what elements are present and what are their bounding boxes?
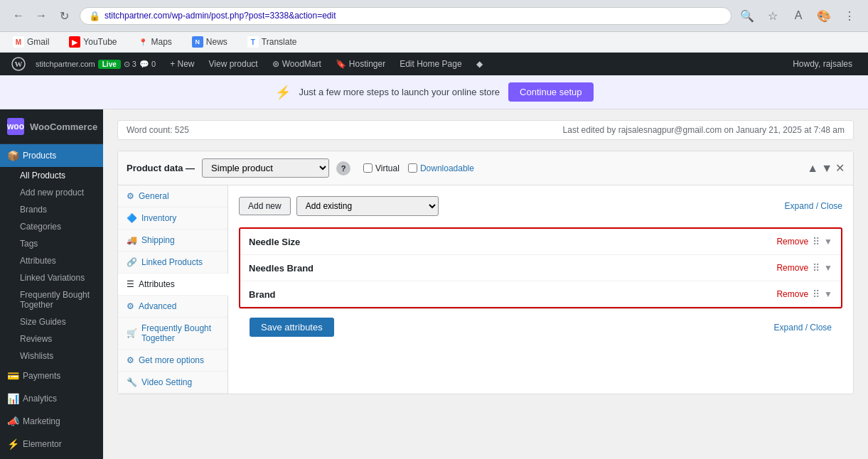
sidebar-item-wishlists[interactable]: Wishlists [0, 347, 103, 364]
sidebar-item-size-guides[interactable]: Size Guides [0, 313, 103, 330]
sidebar-item-elementor[interactable]: ⚡ Elementor [0, 433, 103, 455]
tab-frequently-bought[interactable]: 🛒 Frequently Bought Together [118, 318, 227, 350]
virtual-checkbox-label[interactable]: Virtual [363, 163, 400, 173]
downloadable-checkbox-label[interactable]: Downloadable [408, 163, 474, 173]
drag-handle-needle-size[interactable]: ⠿ [813, 236, 820, 247]
bookmark-gmail[interactable]: M Gmail [9, 35, 53, 49]
product-type-select[interactable]: Simple product Variable product Grouped … [202, 158, 329, 178]
profile-button[interactable]: A [788, 6, 808, 26]
collapse-close-button[interactable]: ✕ [835, 161, 845, 175]
bookmark-news[interactable]: N News [188, 35, 232, 49]
attribute-row-needle-size: Needle Size Remove ⠿ ▼ [240, 229, 841, 255]
sidebar-item-analytics[interactable]: 📊 Analytics [0, 387, 103, 410]
add-new-attribute-button[interactable]: Add new [239, 197, 291, 215]
continue-setup-button[interactable]: Continue setup [508, 82, 593, 102]
extensions-button[interactable]: 🎨 [814, 6, 834, 26]
back-button[interactable]: ← [9, 6, 28, 26]
bookmark-youtube[interactable]: ▶ YouTube [65, 35, 121, 49]
admin-bar-hostinger[interactable]: 🔖 Hostinger [328, 53, 392, 75]
product-data-header: Product data — Simple product Variable p… [118, 151, 853, 185]
last-edited-text: Last edited by rajsalesnagpur@gmail.com … [563, 125, 845, 135]
site-name: stitchpartner.com [36, 60, 95, 68]
hostinger-label: Hostinger [349, 59, 385, 69]
admin-bar-diamond[interactable]: ◆ [469, 53, 490, 75]
collapse-up-button[interactable]: ▲ [807, 161, 818, 175]
wp-admin-bar: W stitchpartner.com Live ⊙ 3 💬 0 + New V… [0, 53, 868, 75]
attributes-box: Needle Size Remove ⠿ ▼ Needles Brand [239, 227, 842, 308]
inventory-tab-icon: 🔷 [127, 213, 137, 223]
bookmark-button[interactable]: ☆ [763, 6, 783, 26]
sidebar-item-add-new[interactable]: Add new product [0, 184, 103, 201]
svg-text:W: W [15, 60, 23, 68]
menu-button[interactable]: ⋮ [840, 6, 859, 26]
tab-attributes[interactable]: ☰ Attributes [118, 274, 228, 296]
downloadable-checkbox[interactable] [408, 163, 417, 173]
sidebar-item-linked-variations[interactable]: Linked Variations [0, 269, 103, 286]
remove-brand-link[interactable]: Remove [776, 289, 808, 299]
expand-brand-button[interactable]: ▼ [824, 289, 832, 299]
forward-button[interactable]: → [31, 6, 51, 26]
new-label: + New [170, 59, 194, 69]
frequently-bought-tab-label: Frequently Bought Together [141, 323, 219, 343]
sidebar-item-brands[interactable]: Brands [0, 201, 103, 218]
drag-handle-needles-brand[interactable]: ⠿ [813, 262, 820, 274]
expand-needles-brand-button[interactable]: ▼ [824, 263, 832, 273]
url-bar[interactable]: 🔒 stitchpartner.com/wp-admin/post.php?po… [80, 7, 732, 25]
remove-needles-brand-link[interactable]: Remove [776, 263, 808, 273]
attribute-name-brand: Brand [249, 289, 276, 300]
url-text: stitchpartner.com/wp-admin/post.php?post… [105, 11, 336, 21]
sidebar-item-attributes[interactable]: Attributes [0, 252, 103, 269]
add-existing-select[interactable]: Add existing [296, 196, 439, 216]
main-layout: woo WooCommerce 📦 Products All Products … [0, 109, 868, 459]
refresh-button[interactable]: ↻ [54, 6, 74, 26]
products-label: Products [23, 151, 56, 161]
linked-variations-label: Linked Variations [20, 273, 85, 283]
word-count-bar: Word count: 525 Last edited by rajsalesn… [117, 120, 854, 140]
sidebar-item-templates[interactable]: 📋 Templates [0, 455, 103, 459]
admin-bar-site[interactable]: stitchpartner.com Live ⊙ 3 💬 0 [28, 53, 163, 75]
comment-icon: 💬 0 [139, 60, 156, 69]
admin-bar-woodmart[interactable]: ⊛ WoodMart [265, 53, 328, 75]
tab-general[interactable]: ⚙ General [118, 185, 227, 207]
sidebar-item-payments[interactable]: 💳 Payments [0, 364, 103, 387]
save-attributes-button[interactable]: Save attributes [250, 318, 334, 337]
tab-linked-products[interactable]: 🔗 Linked Products [118, 252, 227, 274]
tab-inventory[interactable]: 🔷 Inventory [118, 207, 227, 230]
sidebar-item-all-products[interactable]: All Products [0, 167, 103, 184]
woodmart-icon: ⊛ [272, 59, 279, 69]
sidebar-item-reviews[interactable]: Reviews [0, 330, 103, 347]
attributes-tab-icon: ☰ [127, 279, 134, 289]
drag-handle-brand[interactable]: ⠿ [813, 288, 820, 300]
tab-get-more-options[interactable]: ⚙ Get more options [118, 350, 227, 372]
tab-shipping[interactable]: 🚚 Shipping [118, 230, 227, 252]
collapse-down-button[interactable]: ▼ [821, 161, 832, 175]
expand-close-link-top[interactable]: Expand / Close [785, 201, 842, 211]
expand-needle-size-button[interactable]: ▼ [824, 237, 832, 247]
attribute-name-needle-size: Needle Size [249, 237, 300, 247]
linked-products-tab-icon: 🔗 [127, 257, 137, 267]
admin-bar-howdy[interactable]: Howdy, rajsales [786, 53, 859, 75]
sidebar-item-marketing[interactable]: 📣 Marketing [0, 410, 103, 433]
wp-logo[interactable]: W [9, 54, 28, 74]
sidebar-item-frequently-bought[interactable]: Frequently Bought Together [0, 286, 103, 313]
admin-bar-edit-home[interactable]: Edit Home Page [392, 53, 468, 75]
expand-close-link-bottom[interactable]: Expand / Close [774, 323, 832, 333]
payments-label: Payments [23, 371, 60, 381]
search-button[interactable]: 🔍 [737, 6, 757, 26]
sidebar-item-products[interactable]: 📦 Products [0, 144, 103, 167]
marketing-icon: 📣 [7, 416, 18, 427]
admin-bar-new[interactable]: + New [163, 53, 201, 75]
tab-video-setting[interactable]: 🔧 Video Setting [118, 372, 227, 394]
virtual-checkbox[interactable] [363, 163, 373, 173]
sidebar-item-tags[interactable]: Tags [0, 235, 103, 252]
remove-needle-size-link[interactable]: Remove [776, 237, 808, 247]
tab-advanced[interactable]: ⚙ Advanced [118, 296, 227, 318]
help-icon[interactable]: ? [336, 161, 350, 176]
bookmark-maps[interactable]: 📍 Maps [133, 35, 176, 49]
setup-banner: ⚡ Just a few more steps to launch your o… [0, 75, 868, 109]
bookmark-translate[interactable]: T Translate [243, 35, 301, 49]
admin-bar-view-product[interactable]: View product [202, 53, 265, 75]
attribute-actions-needle-size: Remove ⠿ ▼ [776, 236, 832, 247]
brands-label: Brands [20, 205, 47, 215]
sidebar-item-categories[interactable]: Categories [0, 218, 103, 235]
